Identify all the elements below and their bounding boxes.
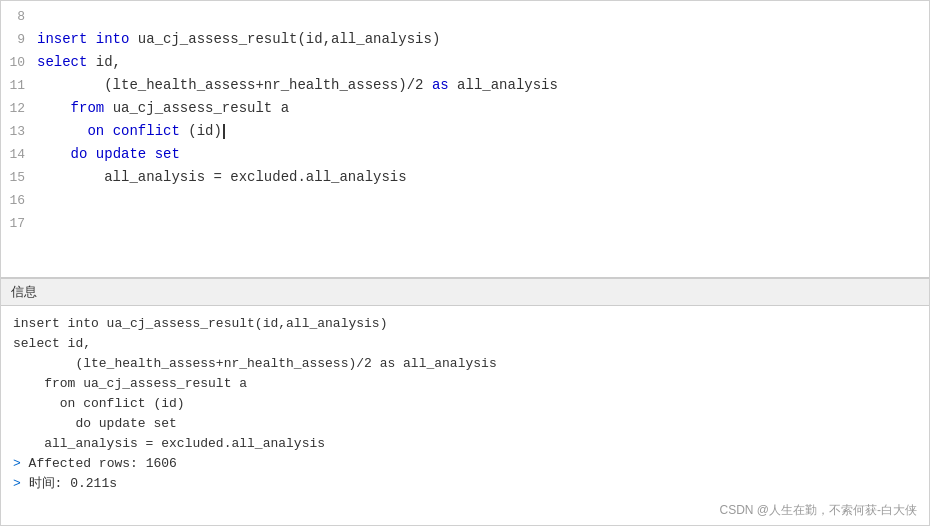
code-line-10: 10 select id, — [1, 51, 929, 74]
code-line-16: 16 — [1, 189, 929, 212]
code-line-9: 9 insert into ua_cj_assess_result(id,all… — [1, 28, 929, 51]
line-text-9: insert into ua_cj_assess_result(id,all_a… — [37, 28, 440, 50]
code-line-12: 12 from ua_cj_assess_result a — [1, 97, 929, 120]
info-panel-content: insert into ua_cj_assess_result(id,all_a… — [1, 306, 929, 498]
info-line-5: on conflict (id) — [13, 394, 917, 414]
line-num-8: 8 — [1, 6, 37, 28]
line-text-10: select id, — [37, 51, 121, 73]
code-line-14: 14 do update set — [1, 143, 929, 166]
main-container: 8 9 insert into ua_cj_assess_result(id,a… — [0, 0, 930, 526]
code-line-8: 8 — [1, 5, 929, 28]
line-num-15: 15 — [1, 167, 37, 189]
info-line-3: (lte_health_assess+nr_health_assess)/2 a… — [13, 354, 917, 374]
code-line-11: 11 (lte_health_assess+nr_health_assess)/… — [1, 74, 929, 97]
line-text-14: do update set — [37, 143, 180, 165]
info-line-7: all_analysis = excluded.all_analysis — [13, 434, 917, 454]
info-result-time: > 时间: 0.211s — [13, 474, 917, 494]
line-num-17: 17 — [1, 213, 37, 235]
code-editor[interactable]: 8 9 insert into ua_cj_assess_result(id,a… — [1, 1, 929, 278]
info-line-2: select id, — [13, 334, 917, 354]
code-line-15: 15 all_analysis = excluded.all_analysis — [1, 166, 929, 189]
line-text-13: on conflict (id) — [37, 120, 225, 142]
line-text-8 — [37, 5, 45, 27]
info-line-1: insert into ua_cj_assess_result(id,all_a… — [13, 314, 917, 334]
code-line-13: 13 on conflict (id) — [1, 120, 929, 143]
line-num-11: 11 — [1, 75, 37, 97]
info-line-4: from ua_cj_assess_result a — [13, 374, 917, 394]
line-num-10: 10 — [1, 52, 37, 74]
info-result-rows: > Affected rows: 1606 — [13, 454, 917, 474]
code-line-17: 17 — [1, 212, 929, 235]
info-panel-header: 信息 — [1, 279, 929, 306]
watermark: CSDN @人生在勤，不索何获-白大侠 — [1, 498, 929, 525]
info-panel: 信息 insert into ua_cj_assess_result(id,al… — [1, 278, 929, 525]
info-line-6: do update set — [13, 414, 917, 434]
line-text-16 — [37, 189, 45, 211]
line-num-13: 13 — [1, 121, 37, 143]
line-text-11: (lte_health_assess+nr_health_assess)/2 a… — [37, 74, 558, 96]
line-num-12: 12 — [1, 98, 37, 120]
line-text-12: from ua_cj_assess_result a — [37, 97, 289, 119]
line-num-16: 16 — [1, 190, 37, 212]
line-num-14: 14 — [1, 144, 37, 166]
code-content: 8 9 insert into ua_cj_assess_result(id,a… — [1, 1, 929, 239]
line-text-17 — [37, 212, 45, 234]
line-num-9: 9 — [1, 29, 37, 51]
line-text-15: all_analysis = excluded.all_analysis — [37, 166, 407, 188]
